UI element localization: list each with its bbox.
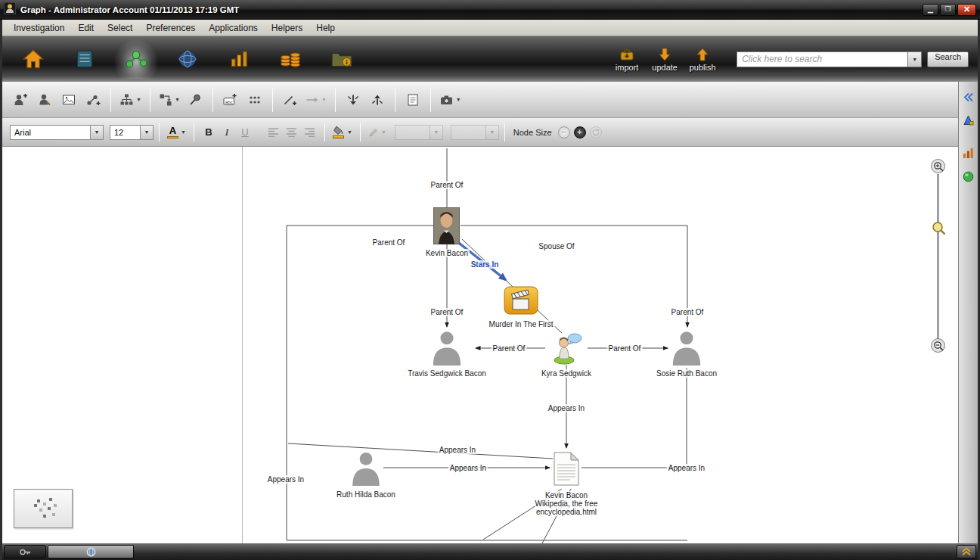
zoom-slider-handle[interactable] xyxy=(931,220,946,235)
info-folder-button[interactable] xyxy=(320,39,364,79)
ledger-icon xyxy=(75,49,95,69)
merge-down-arrow-icon xyxy=(346,93,360,107)
zoom-in-button[interactable] xyxy=(931,159,945,173)
graph-edges xyxy=(2,147,958,543)
dropdown-caret-icon: ▼ xyxy=(485,126,498,139)
add-image-button[interactable] xyxy=(57,87,81,113)
search-dropdown-button[interactable]: ▼ xyxy=(907,51,922,67)
import-icon xyxy=(619,47,635,62)
green-orb-icon xyxy=(963,171,974,182)
font-size-select[interactable]: 12 ▼ xyxy=(110,125,154,140)
menu-applications[interactable]: Applications xyxy=(202,20,265,36)
snapshot-button[interactable]: ▼ xyxy=(436,87,464,113)
align-right-icon xyxy=(304,127,315,137)
node-size-increase-button[interactable]: + xyxy=(574,126,586,138)
menu-investigation[interactable]: Investigation xyxy=(7,20,71,36)
toolbar-separator xyxy=(212,88,213,112)
side-panel-status-tab[interactable] xyxy=(961,168,976,185)
publish-button[interactable]: publish xyxy=(685,42,720,76)
update-button[interactable]: update xyxy=(647,42,682,76)
collapse-links-button[interactable] xyxy=(341,87,365,113)
graph-toolbar: ▼ ▼ abc xyxy=(2,82,958,118)
pin-button[interactable] xyxy=(183,87,207,113)
expand-right-panel-button[interactable] xyxy=(961,89,976,105)
edge-label: Appears In xyxy=(547,404,586,412)
node-size-reset-button[interactable] xyxy=(590,126,602,138)
node-size-decrease-button[interactable]: − xyxy=(558,126,570,138)
node-kevin-bacon[interactable] xyxy=(433,207,460,247)
graph-button-active[interactable] xyxy=(114,39,158,79)
import-button[interactable]: import xyxy=(609,42,644,76)
node-travis-sedgwick-bacon[interactable] xyxy=(430,330,464,369)
node-kyra-sedgwick[interactable] xyxy=(549,331,584,368)
database-button[interactable] xyxy=(268,39,312,79)
node-ruth-hilda-bacon[interactable] xyxy=(349,451,383,489)
align-center-button[interactable] xyxy=(283,123,301,142)
add-link-button[interactable] xyxy=(81,87,105,113)
line-style-select[interactable]: ▼ xyxy=(395,125,443,140)
zoom-out-button[interactable] xyxy=(931,338,945,353)
zoom-slider-track[interactable] xyxy=(937,174,939,339)
titlebar: Graph - Administrator Account 01/11/2013… xyxy=(0,0,980,20)
align-left-button[interactable] xyxy=(265,123,283,142)
dropdown-caret-icon: ▼ xyxy=(381,129,386,135)
add-entity-button[interactable] xyxy=(8,87,33,113)
arrow-style-button[interactable]: ▼ xyxy=(302,87,330,113)
node-wikipedia-document[interactable] xyxy=(554,452,579,489)
font-family-select[interactable]: Arial ▼ xyxy=(10,125,104,140)
pointer-triangle-icon xyxy=(963,115,974,126)
menu-select[interactable]: Select xyxy=(101,20,139,36)
ledger-button[interactable] xyxy=(63,39,107,79)
notes-button[interactable] xyxy=(401,87,425,113)
line-width-select[interactable]: ▼ xyxy=(451,125,499,140)
add-multiple-button[interactable] xyxy=(243,87,267,113)
align-right-button[interactable] xyxy=(301,123,319,142)
side-panel-pointer-tab[interactable] xyxy=(961,112,976,129)
overview-minimap[interactable] xyxy=(14,489,73,528)
bar-chart-icon xyxy=(229,49,249,69)
chart-button[interactable] xyxy=(217,39,261,79)
menu-help[interactable]: Help xyxy=(309,20,342,36)
menu-helpers[interactable]: Helpers xyxy=(265,20,309,36)
kevin-bacon-photo xyxy=(433,207,460,244)
fill-color-button[interactable]: ▼ xyxy=(330,123,355,142)
close-button[interactable]: ✕ xyxy=(957,4,976,16)
node-sosie-ruth-bacon[interactable] xyxy=(670,330,703,369)
arrow-style-icon xyxy=(305,93,319,107)
node-murder-in-the-first[interactable] xyxy=(504,283,538,319)
toolbar-separator xyxy=(150,88,150,112)
home-icon xyxy=(23,49,44,69)
layout-button[interactable]: ▼ xyxy=(116,87,144,113)
add-line-button[interactable] xyxy=(278,87,302,113)
minimize-button[interactable]: ▁ xyxy=(923,4,938,16)
italic-button[interactable]: I xyxy=(218,123,236,142)
text-color-button[interactable]: A ▼ xyxy=(165,123,188,142)
expand-links-button[interactable] xyxy=(365,87,389,113)
update-arrow-icon xyxy=(657,47,672,62)
line-color-button[interactable]: ▼ xyxy=(366,123,389,142)
underline-button[interactable]: U xyxy=(236,123,254,142)
search-input[interactable] xyxy=(737,51,907,67)
side-panel-histogram-tab[interactable] xyxy=(961,145,976,161)
info-folder-icon xyxy=(331,50,352,68)
expand-bottom-panel-button[interactable] xyxy=(957,545,976,558)
toolbar-separator xyxy=(430,88,431,112)
dropdown-caret-icon: ▼ xyxy=(90,126,103,139)
app-logo-icon xyxy=(4,2,16,17)
dropdown-caret-icon: ▼ xyxy=(175,97,180,102)
menu-edit[interactable]: Edit xyxy=(71,20,101,36)
menu-preferences[interactable]: Preferences xyxy=(139,20,202,36)
arrange-chart-button[interactable]: ▼ xyxy=(156,87,183,113)
node-label: Sosie Ruth Bacon xyxy=(655,369,718,378)
add-label-button[interactable]: abc xyxy=(219,87,243,113)
bold-button[interactable]: B xyxy=(200,123,218,142)
bottom-tab-tools[interactable] xyxy=(4,545,46,558)
edit-entity-button[interactable] xyxy=(33,87,57,113)
graph-canvas[interactable]: Kevin Bacon Murder In The First Tra xyxy=(2,147,958,543)
restore-button[interactable]: ❐ xyxy=(940,4,956,16)
bottom-tab-session[interactable] xyxy=(48,545,134,558)
search-button[interactable]: Search xyxy=(927,51,969,67)
edge-label: Spouse Of xyxy=(537,242,575,250)
home-button[interactable] xyxy=(11,39,55,79)
map-button[interactable] xyxy=(166,39,209,79)
